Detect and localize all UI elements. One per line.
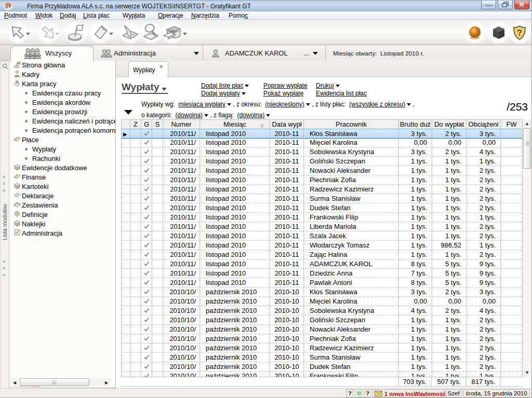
svg-text:GT: GT [5, 5, 11, 9]
svg-text:?: ? [517, 29, 522, 37]
